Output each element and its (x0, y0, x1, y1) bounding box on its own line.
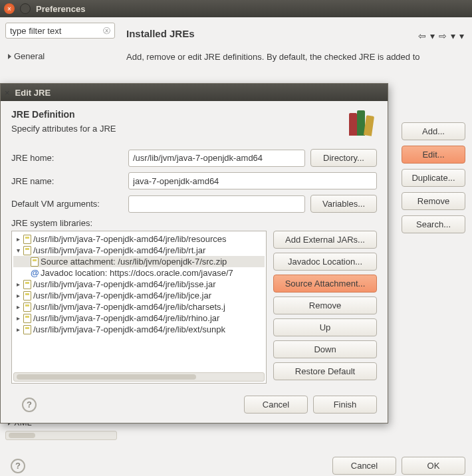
jre-home-label: JRE home: (11, 153, 123, 163)
tree-item-general[interactable]: General (5, 49, 117, 63)
lib-node[interactable]: ▸/usr/lib/jvm/java-7-openjdk-amd64/jre/l… (13, 290, 265, 301)
help-icon[interactable]: ? (11, 459, 25, 473)
jar-icon (23, 302, 31, 312)
tree-hscroll[interactable] (5, 431, 117, 440)
lib-node-text: Source attachment: /usr/lib/jvm/openjdk-… (41, 257, 227, 267)
jar-icon (23, 280, 31, 289)
lib-node-text: /usr/lib/jvm/java-7-openjdk-amd64/jre/li… (33, 279, 216, 289)
add-external-jars-button[interactable]: Add External JARs... (273, 231, 377, 249)
lib-node[interactable]: ▸/usr/lib/jvm/java-7-openjdk-amd64/jre/l… (13, 233, 265, 245)
vm-args-input[interactable] (128, 195, 305, 213)
dialog-subheading: Specify attributes for a JRE (11, 124, 116, 134)
lib-node[interactable]: ▸/usr/lib/jvm/java-7-openjdk-amd64/jre/l… (13, 301, 265, 312)
libs-area: ▸/usr/lib/jvm/java-7-openjdk-amd64/jre/l… (1, 231, 388, 389)
variables-button[interactable]: Variables... (310, 195, 377, 213)
lib-node-text: /usr/lib/jvm/java-7-openjdk-amd64/jre/li… (33, 302, 225, 312)
lib-node-text: /usr/lib/jvm/java-7-openjdk-amd64/jre/li… (33, 324, 225, 334)
jre-home-input[interactable] (128, 150, 305, 167)
prefs-right-panel: Installed JREs ⇦▾ ⇨▾ ▾ Add, remove or ed… (126, 28, 467, 63)
jar-icon (23, 246, 31, 255)
close-icon[interactable]: × (4, 3, 15, 14)
page-title: Installed JREs (126, 28, 467, 39)
lib-node-text: /usr/lib/jvm/java-7-openjdk-amd64/jre/li… (33, 234, 226, 244)
lib-node[interactable]: ▸/usr/lib/jvm/java-7-openjdk-amd64/jre/l… (13, 324, 265, 335)
jre-form: JRE home: Directory... JRE name: Default… (1, 141, 388, 231)
lib-node-text: /usr/lib/jvm/java-7-openjdk-amd64/jre/li… (33, 245, 205, 255)
jre-name-label: JRE name: (11, 176, 123, 186)
dialog-finish-button[interactable]: Finish (313, 396, 377, 414)
edit-button[interactable]: Edit... (402, 146, 465, 164)
lib-node-text: Javadoc location: https://docs.oracle.co… (41, 268, 233, 278)
back-icon[interactable]: ⇦ (418, 31, 426, 41)
close-icon[interactable]: × (5, 88, 10, 98)
up-button[interactable]: Up (273, 318, 377, 336)
dialog-header: JRE Definition Specify attributes for a … (1, 101, 388, 141)
at-icon: @ (31, 268, 39, 278)
page-desc: Add, remove or edit JRE definitions. By … (126, 51, 467, 63)
javadoc-location-button[interactable]: Javadoc Location... (273, 253, 377, 271)
lib-node[interactable]: ▸/usr/lib/jvm/java-7-openjdk-amd64/jre/l… (13, 312, 265, 324)
minimize-icon[interactable] (20, 3, 31, 14)
jar-icon (23, 291, 31, 300)
jre-name-input[interactable] (128, 172, 377, 189)
filter-placeholder: type filter text (10, 26, 61, 36)
remove-button[interactable]: Remove (402, 192, 465, 210)
books-icon (345, 109, 377, 136)
libs-hscroll[interactable] (13, 372, 265, 382)
lib-node-text: /usr/lib/jvm/java-7-openjdk-amd64/jre/li… (33, 313, 219, 323)
prefs-bottom-bar: ? Cancel OK (0, 457, 465, 475)
directory-button[interactable]: Directory... (310, 149, 377, 167)
forward-icon[interactable]: ⇨ (439, 31, 447, 41)
prefs-body: type filter text ⓧ General XML Installed… (0, 23, 472, 476)
lib-node-text: /usr/lib/jvm/java-7-openjdk-amd64/jre/li… (33, 291, 211, 300)
lib-node[interactable]: Source attachment: /usr/lib/jvm/openjdk-… (13, 256, 265, 267)
edit-jre-dialog: × Edit JRE JRE Definition Specify attrib… (0, 83, 388, 423)
help-icon[interactable]: ? (22, 398, 37, 412)
libs-buttons: Add External JARs... Javadoc Location...… (273, 231, 377, 384)
libs-label: JRE system libraries: (11, 218, 377, 228)
jar-icon (23, 314, 31, 323)
prefs-window-title: Preferences (36, 4, 85, 14)
cancel-button[interactable]: Cancel (332, 457, 396, 475)
chevron-right-icon (8, 54, 11, 59)
jar-icon (31, 257, 39, 267)
lib-node[interactable]: ▾/usr/lib/jvm/java-7-openjdk-amd64/jre/l… (13, 245, 265, 256)
dialog-heading: JRE Definition (11, 109, 116, 120)
dialog-window-title: Edit JRE (15, 88, 51, 98)
duplicate-button[interactable]: Duplicate... (402, 169, 465, 187)
lib-node[interactable]: @Javadoc location: https://docs.oracle.c… (13, 267, 265, 279)
source-attachment-button[interactable]: Source Attachment... (273, 275, 377, 293)
jar-icon (23, 325, 31, 334)
search-button[interactable]: Search... (402, 215, 465, 233)
nav-arrows: ⇦▾ ⇨▾ ▾ (418, 31, 464, 41)
lib-remove-button[interactable]: Remove (273, 297, 377, 314)
menu-icon[interactable]: ▾ (459, 31, 464, 41)
filter-input[interactable]: type filter text ⓧ (5, 23, 115, 39)
libs-tree[interactable]: ▸/usr/lib/jvm/java-7-openjdk-amd64/jre/l… (11, 231, 267, 384)
jre-side-buttons: Add... Edit... Duplicate... Remove Searc… (402, 122, 465, 233)
ok-button[interactable]: OK (402, 457, 465, 475)
add-button[interactable]: Add... (402, 122, 465, 140)
prefs-titlebar: × Preferences (0, 0, 472, 17)
dialog-cancel-button[interactable]: Cancel (244, 396, 308, 414)
clear-icon[interactable]: ⓧ (103, 26, 110, 36)
restore-default-button[interactable]: Restore Default (273, 362, 377, 380)
down-button[interactable]: Down (273, 340, 377, 358)
dialog-titlebar: × Edit JRE (1, 84, 388, 101)
jar-icon (23, 235, 31, 244)
lib-node[interactable]: ▸/usr/lib/jvm/java-7-openjdk-amd64/jre/l… (13, 279, 265, 290)
dialog-bottom: ? Cancel Finish (1, 389, 388, 423)
vm-args-label: Default VM arguments: (11, 199, 123, 209)
